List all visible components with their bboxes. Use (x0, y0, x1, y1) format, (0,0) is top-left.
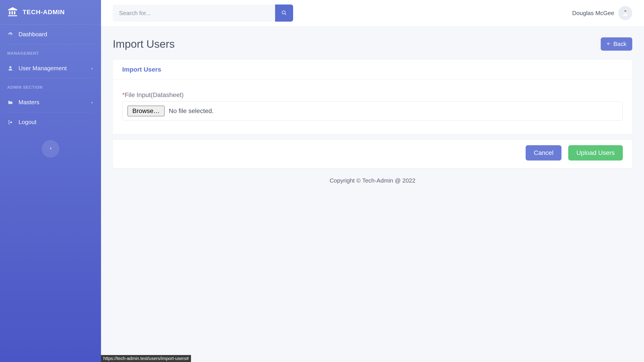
page-title: Import Users (113, 38, 175, 50)
card-footer: Cancel Upload Users (113, 140, 632, 168)
card-header: Import Users (113, 60, 632, 80)
section-management-label: MANAGEMENT (7, 44, 94, 58)
nav-user-management[interactable]: User Management (7, 58, 94, 78)
nav-label: Masters (18, 99, 39, 106)
user-icon (7, 66, 14, 71)
nav-dashboard[interactable]: Dashboard (7, 24, 94, 44)
page-head: Import Users Back (113, 37, 632, 51)
upload-button[interactable]: Upload Users (568, 145, 623, 161)
file-input-box[interactable]: Browse… No file selected. (122, 101, 623, 121)
copyright: Copyright © Tech-Admin @ 2022 (330, 177, 415, 184)
arrow-left-icon (606, 40, 611, 47)
folder-icon (7, 100, 14, 105)
user-name: Douglas McGee (572, 10, 614, 17)
nav-label: Dashboard (18, 31, 47, 38)
search-input[interactable] (113, 4, 275, 22)
search-button[interactable] (275, 4, 293, 22)
chevron-left-icon (49, 147, 52, 151)
brand[interactable]: TECH-ADMIN (0, 0, 101, 24)
sidebar-nav: Dashboard MANAGEMENT User Management ADM… (0, 24, 101, 132)
avatar (618, 6, 632, 20)
nav-logout[interactable]: Logout (7, 112, 94, 132)
nav-label: Logout (18, 119, 36, 126)
back-label: Back (613, 40, 626, 47)
cancel-button[interactable]: Cancel (526, 145, 562, 161)
import-card: Import Users *File Input(Datasheet) Brow… (113, 60, 632, 168)
search-icon (282, 10, 287, 16)
browse-button[interactable]: Browse… (128, 106, 164, 116)
sidebar: TECH-ADMIN Dashboard MANAGEMENT User Man… (0, 0, 101, 362)
logout-icon (7, 120, 14, 125)
nav-label: User Management (18, 65, 67, 72)
user-menu[interactable]: Douglas McGee (572, 6, 632, 20)
card-divider (113, 134, 632, 140)
back-button[interactable]: Back (601, 37, 632, 51)
footer: Copyright © Tech-Admin @ 2022 (113, 168, 632, 193)
card-body: *File Input(Datasheet) Browse… No file s… (113, 80, 632, 134)
sidebar-collapse-button[interactable] (42, 140, 59, 158)
status-bar-url: https://tech-admin.test/users/import-use… (101, 355, 191, 362)
file-input-label: *File Input(Datasheet) (122, 91, 623, 99)
chevron-right-icon (91, 99, 94, 106)
content-area: Douglas McGee Import Users Back Import U… (101, 0, 644, 362)
required-star: * (122, 91, 125, 98)
main: Import Users Back Import Users *File Inp… (101, 26, 644, 362)
file-label-text: File Input(Datasheet) (125, 91, 184, 98)
section-admin-label: ADMIN SECTION (7, 78, 94, 93)
brand-icon (7, 6, 18, 18)
dashboard-icon (7, 32, 14, 37)
file-status: No file selected. (169, 107, 214, 115)
nav-masters[interactable]: Masters (7, 93, 94, 112)
brand-name: TECH-ADMIN (22, 8, 65, 16)
card-header-title: Import Users (122, 66, 623, 73)
search-wrap (113, 4, 293, 22)
chevron-right-icon (91, 65, 94, 72)
topbar: Douglas McGee (101, 0, 644, 26)
